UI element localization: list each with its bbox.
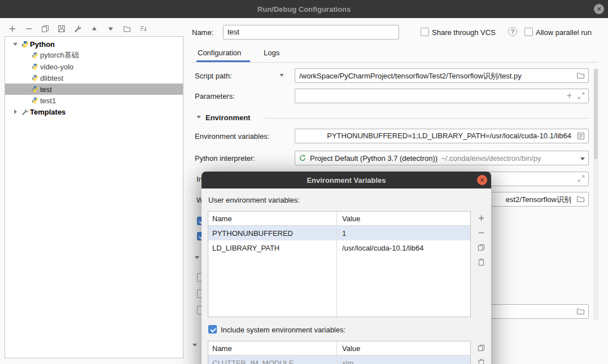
copy-icon xyxy=(478,243,485,253)
script-path-input[interactable]: /workSpace/PyCharmProject/tensorflowTest… xyxy=(295,68,589,83)
paste-variable-button[interactable] xyxy=(476,358,487,364)
copy-icon xyxy=(41,25,49,33)
modal-title: Environment Variables xyxy=(307,176,386,185)
python-interpreter-value: Project Default (Python 3.7 (detectron)) xyxy=(310,154,438,163)
share-vcs-label: Share through VCS xyxy=(432,28,496,37)
environment-section-divider xyxy=(264,118,589,119)
chevron-down-icon[interactable] xyxy=(11,43,20,46)
sort-icon xyxy=(139,25,147,33)
column-header-value[interactable]: Value xyxy=(336,344,470,353)
expand-icon[interactable] xyxy=(578,175,585,184)
python-interpreter-combobox[interactable]: Project Default (Python 3.7 (detectron))… xyxy=(295,151,589,165)
tree-item-test1[interactable]: test1 xyxy=(5,95,183,106)
column-header-name[interactable]: Name xyxy=(208,214,336,223)
copy-variable-button[interactable] xyxy=(476,243,487,253)
table-column-divider xyxy=(336,341,337,364)
move-to-folder-button[interactable] xyxy=(120,22,134,36)
move-up-button[interactable] xyxy=(88,22,101,36)
table-row[interactable]: PYTHONUNBUFFERED 1 xyxy=(208,226,470,240)
system-variables-toolbar xyxy=(476,343,487,364)
expand-icon[interactable] xyxy=(578,92,585,101)
folder-icon[interactable] xyxy=(576,72,585,81)
environment-variables-dialog: Environment Variables ✕ User environment… xyxy=(202,172,491,364)
tree-item-label: dlibtest xyxy=(40,74,63,82)
modal-titlebar[interactable]: Environment Variables ✕ xyxy=(202,172,491,188)
include-system-variables-checkbox[interactable] xyxy=(208,325,217,334)
sort-configurations-button[interactable] xyxy=(137,22,150,36)
add-icon xyxy=(8,25,16,33)
add-configuration-button[interactable] xyxy=(6,22,19,36)
configurations-tree: Python pytorch基础 video-yolo dlibtest tes… xyxy=(5,36,183,358)
parameters-input[interactable] xyxy=(295,89,589,103)
environment-section-chevron-icon[interactable] xyxy=(196,116,201,119)
add-variable-button[interactable] xyxy=(476,213,487,224)
row-value: /usr/local/cuda-10.1/lib64 xyxy=(336,244,470,252)
table-row[interactable]: LD_LIBRARY_PATH /usr/local/cuda-10.1/lib… xyxy=(208,240,470,255)
paste-variable-button[interactable] xyxy=(476,257,487,268)
environment-variables-value: PYTHONUNBUFFERED=1;LD_LIBRARY_PATH=/usr/… xyxy=(327,131,571,140)
row-name: CLUTTER_IM_MODULE xyxy=(208,359,336,364)
folder-icon[interactable] xyxy=(576,308,585,317)
working-directory-value: est2/Tensorflow识别 xyxy=(506,195,571,205)
environment-variables-input[interactable]: PYTHONUNBUFFERED=1;LD_LIBRARY_PATH=/usr/… xyxy=(295,129,589,143)
execution-section-chevron-icon[interactable] xyxy=(195,256,199,259)
move-up-icon xyxy=(90,25,98,33)
remove-variable-button[interactable] xyxy=(476,228,487,239)
allow-parallel-checkbox[interactable] xyxy=(524,28,533,36)
chevron-right-icon[interactable] xyxy=(11,109,20,114)
interpreter-refresh-icon xyxy=(299,154,307,162)
python-script-icon xyxy=(30,74,40,81)
modal-close-button[interactable]: ✕ xyxy=(477,175,487,185)
copy-configuration-button[interactable] xyxy=(38,22,52,36)
tab-configuration[interactable]: Configuration xyxy=(198,49,241,57)
tree-item-test[interactable]: test xyxy=(5,84,183,95)
remove-icon xyxy=(25,25,33,33)
tree-item-dlibtest[interactable]: dlibtest xyxy=(5,72,183,84)
row-value: 1 xyxy=(336,229,470,238)
move-down-button[interactable] xyxy=(104,22,117,36)
tab-logs[interactable]: Logs xyxy=(264,49,279,57)
python-interpreter-path: ~/.conda/envs/detectron/bin/py xyxy=(441,154,541,163)
tree-item-pytorch[interactable]: pytorch基础 xyxy=(5,50,183,61)
row-name: LD_LIBRARY_PATH xyxy=(208,244,336,252)
window-titlebar: Run/Debug Configurations ✕ xyxy=(0,0,608,18)
column-header-value[interactable]: Value xyxy=(336,214,470,223)
column-header-name[interactable]: Name xyxy=(208,344,336,353)
name-value: test xyxy=(228,28,239,36)
copy-icon xyxy=(478,344,485,354)
edit-templates-button[interactable] xyxy=(71,22,85,36)
move-to-folder-icon xyxy=(123,25,131,33)
help-icon[interactable]: ? xyxy=(508,27,517,36)
parameters-label: Parameters: xyxy=(195,92,235,100)
row-name: PYTHONUNBUFFERED xyxy=(208,229,336,238)
remove-configuration-button[interactable] xyxy=(22,22,36,36)
tree-item-templates[interactable]: Templates xyxy=(5,106,183,117)
vertical-scrollbar[interactable] xyxy=(593,68,598,321)
copy-variable-button[interactable] xyxy=(476,343,487,354)
share-vcs-checkbox[interactable] xyxy=(421,28,429,36)
tree-item-video-yolo[interactable]: video-yolo xyxy=(5,61,183,72)
chevron-down-icon[interactable] xyxy=(580,157,585,160)
move-down-icon xyxy=(107,25,115,33)
table-row[interactable]: CLUTTER_IM_MODULE xim xyxy=(208,356,470,364)
save-icon xyxy=(58,25,65,33)
edit-templates-icon xyxy=(74,25,82,33)
tab-bar-divider xyxy=(192,62,598,63)
add-icon xyxy=(478,214,485,224)
bottom-section-chevron-icon[interactable] xyxy=(193,344,197,347)
close-icon: ✕ xyxy=(479,177,484,184)
scrollbar-thumb[interactable] xyxy=(594,69,598,159)
save-configuration-button[interactable] xyxy=(55,22,68,36)
name-input[interactable]: test xyxy=(223,25,399,40)
folder-icon[interactable] xyxy=(576,195,585,205)
script-path-chevron-icon[interactable] xyxy=(279,74,284,77)
remove-icon xyxy=(478,229,485,239)
window-close-button[interactable]: ✕ xyxy=(594,4,604,14)
row-value: xim xyxy=(336,359,470,364)
python-interpreter-label: Python interpreter: xyxy=(195,154,255,163)
browse-variables-icon[interactable] xyxy=(577,132,585,142)
tree-item-python[interactable]: Python xyxy=(5,38,183,50)
add-icon[interactable] xyxy=(566,92,573,101)
script-path-value: /workSpace/PyCharmProject/tensorflowTest… xyxy=(299,71,522,81)
name-label: Name: xyxy=(192,28,213,37)
